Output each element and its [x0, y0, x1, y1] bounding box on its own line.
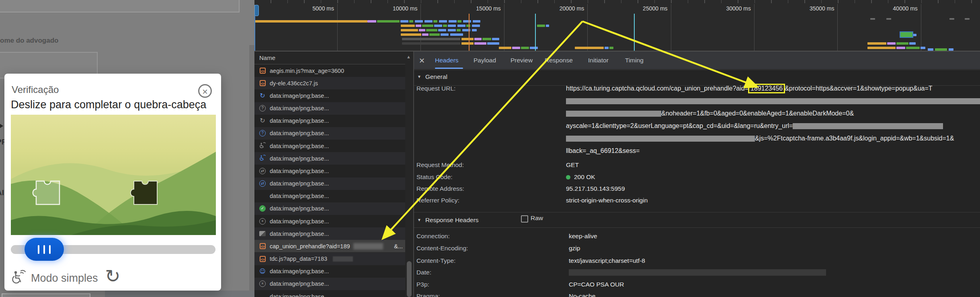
event-marker-line	[634, 14, 635, 52]
network-request-row[interactable]: ↻data:image/png;base...	[254, 89, 405, 102]
tab-preview[interactable]: Preview	[511, 57, 533, 64]
scrollbar-up-icon[interactable]: ▲	[406, 54, 411, 59]
request-name: data:image/png;base...	[270, 180, 329, 187]
network-request-row[interactable]: ?data:image/png;base...	[254, 127, 405, 140]
response-headers-section-header[interactable]: ▼Response Headers	[417, 217, 479, 224]
waterfall-bar	[422, 25, 433, 27]
screenshot-stage: ome do advogado PF Al Verificação × Desl…	[0, 0, 980, 297]
network-request-row[interactable]: data:image/png;base...	[254, 290, 405, 297]
waterfall-bar	[438, 29, 446, 31]
tab-headers[interactable]: Headers	[435, 57, 459, 64]
slider-handle[interactable]	[25, 238, 64, 261]
tab-payload[interactable]: Payload	[474, 57, 496, 64]
header-label: Status Code:	[416, 173, 561, 181]
overview-drag-handle[interactable]	[254, 5, 259, 16]
redacted-bar	[566, 136, 755, 142]
script-icon: <>	[260, 68, 266, 74]
status-ok-dot	[566, 175, 570, 179]
request-name: data:image/png;base...	[270, 168, 329, 174]
request-detail-panel: ✕ HeadersPayloadPreviewResponseInitiator…	[414, 52, 980, 297]
waterfall-bar	[492, 38, 499, 40]
network-request-row[interactable]: ⇄data:image/png;base...	[254, 165, 405, 177]
waterfall-bar	[472, 29, 477, 31]
list-scrollbar[interactable]: ▲	[405, 52, 413, 297]
raw-checkbox[interactable]	[521, 215, 528, 223]
grid-line	[587, 4, 588, 52]
network-request-row[interactable]: ×data:image/png;base...	[254, 215, 405, 227]
waterfall-bar	[449, 20, 457, 23]
accessibility-icon[interactable]	[11, 269, 26, 286]
header-value: 200 OK	[566, 173, 595, 181]
network-request-row[interactable]: ⇄data:image/png;base...	[254, 177, 405, 190]
tab-initiator[interactable]: Initiator	[588, 57, 609, 64]
network-request-row[interactable]: <>tdc.js?app_data=7183	[254, 253, 405, 265]
tab-timing[interactable]: Timing	[625, 57, 644, 64]
waterfall-bar	[439, 20, 447, 23]
redacted-bar	[566, 98, 980, 104]
url-text: llback=_aq_66912&sess=	[566, 147, 640, 155]
redacted-bar	[793, 123, 943, 129]
request-name: data:image/png;base...	[270, 280, 329, 287]
request-name: data:image/png;base...	[270, 293, 329, 297]
network-request-row[interactable]: ↻data:image/png;base...	[254, 115, 405, 127]
simple-mode-link[interactable]: Modo simples	[31, 272, 98, 285]
background-field-label: ome do advogado	[0, 37, 58, 45]
request-name: data:image/png;base...	[270, 93, 329, 99]
waterfall-bar	[255, 20, 367, 23]
puzzle-piece[interactable]	[131, 181, 157, 204]
network-request-row[interactable]: <>aegis.min.js?max_age=3600	[254, 64, 405, 77]
network-request-row[interactable]: <>dy-ele.436cc2c7.js	[254, 77, 405, 89]
waterfall-bar	[867, 42, 886, 45]
refresh-icon: ↻	[260, 93, 265, 99]
refresh-icon: ↻	[260, 118, 265, 124]
network-request-row[interactable]: data:image/png;base...	[254, 190, 405, 202]
header-label: Request URL:	[416, 85, 561, 93]
response-header-label: Pragma:	[416, 292, 561, 297]
response-header-value: gzip	[569, 244, 580, 252]
waterfall-bar	[450, 33, 463, 36]
refresh-icon[interactable]: ↻	[105, 265, 121, 287]
grid-line	[837, 4, 838, 52]
waterfall-bar	[415, 20, 423, 23]
waterfall-bar	[416, 25, 421, 27]
close-icon[interactable]: ×	[198, 84, 212, 98]
response-header-value: No-cache	[569, 292, 595, 297]
network-request-row[interactable]: ?data:image/png;base...	[254, 102, 405, 115]
response-header-value: text/javascript;charset=utf-8	[569, 257, 645, 265]
network-request-row[interactable]: data:image/png;base...	[254, 152, 405, 165]
request-name: data:image/png;base...	[270, 143, 329, 149]
waterfall-bar	[401, 25, 415, 27]
script-icon: <>	[260, 243, 266, 249]
script-icon: <>	[260, 80, 266, 86]
request-name: data:image/png;base...	[270, 205, 329, 212]
network-request-row[interactable]: ☺data:image/png;base...	[254, 265, 405, 278]
landscape-art	[11, 115, 216, 235]
time-label: 15000 ms	[437, 5, 501, 12]
background-panel-edge	[105, 291, 254, 297]
network-request-row[interactable]: <>cap_union_prehandle?aid=189&...	[254, 240, 405, 252]
puzzle-image	[11, 115, 216, 235]
general-section-header[interactable]: ▼General	[417, 73, 447, 80]
name-column-header[interactable]: Name	[254, 52, 413, 64]
waterfall-bar	[909, 42, 916, 45]
network-request-row[interactable]: data:image/png;base...	[254, 227, 405, 240]
captcha-instruction: Deslize para completar o quebra-cabeça	[11, 99, 206, 111]
network-overview-timeline[interactable]: 5000 ms10000 ms15000 ms20000 ms25000 ms3…	[254, 0, 980, 52]
waterfall-bar	[448, 25, 456, 27]
tab-response[interactable]: Response	[545, 57, 573, 64]
network-request-row[interactable]: ×data:image/png;base...	[254, 278, 405, 290]
waterfall-bar	[441, 33, 449, 36]
request-name: data:image/png;base...	[270, 218, 329, 225]
network-request-row[interactable]: ✓data:image/png;base...	[254, 202, 405, 215]
url-text: https://ca.turing.captcha.qcloud.com/cap…	[566, 85, 748, 92]
devtools-panel: 5000 ms10000 ms15000 ms20000 ms25000 ms3…	[254, 0, 980, 297]
close-detail-icon[interactable]: ✕	[419, 56, 425, 65]
waterfall-bar	[401, 29, 418, 31]
scrollbar-thumb[interactable]	[407, 261, 412, 297]
redacted-text	[333, 256, 353, 262]
waterfall-bar	[474, 38, 482, 40]
waterfall-bar	[448, 29, 456, 31]
network-request-row[interactable]: data:image/png;base...	[254, 140, 405, 152]
waterfall-bar	[443, 25, 447, 27]
waterfall-bar	[867, 47, 896, 49]
